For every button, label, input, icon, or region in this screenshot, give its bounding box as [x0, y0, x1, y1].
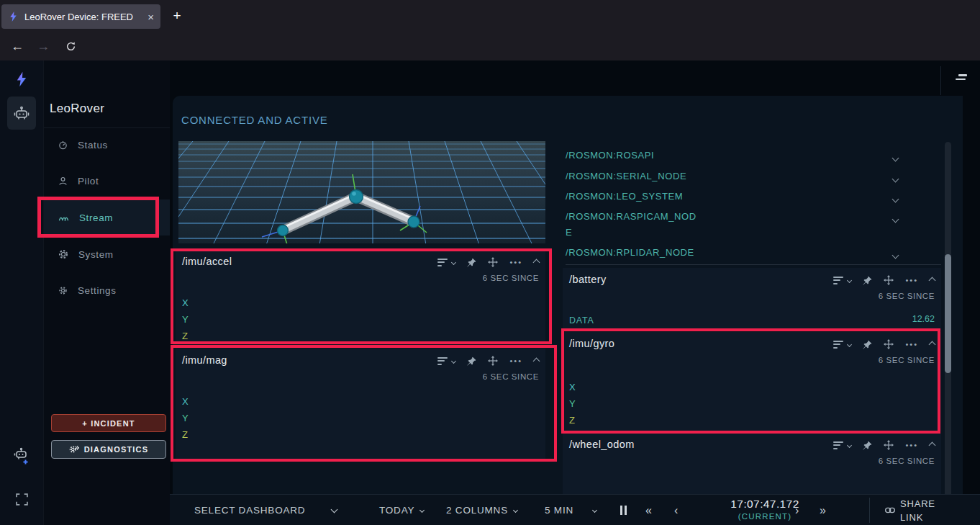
more-options-icon[interactable]: •••: [509, 357, 522, 364]
chevron-down-icon[interactable]: [847, 442, 852, 447]
robot-3d-viewport[interactable]: [178, 141, 545, 243]
add-device-button[interactable]: [0, 447, 43, 465]
panel-title: /imu/gyro: [569, 338, 614, 349]
browser-tab[interactable]: LeoRover Device: FREED ×: [1, 4, 160, 29]
move-icon[interactable]: [884, 339, 894, 349]
chevron-down-icon: [592, 508, 597, 513]
more-options-icon[interactable]: •••: [905, 277, 918, 284]
panel-title: /imu/accel: [182, 256, 232, 267]
pause-button[interactable]: [620, 495, 627, 525]
browser-tab-bar: LeoRover Device: FREED × +: [0, 0, 980, 32]
settings-gear-icon: [58, 286, 68, 295]
divider: [940, 66, 941, 95]
playback-time[interactable]: 17:07:47.172 (CURRENT): [697, 498, 833, 521]
move-icon[interactable]: [488, 257, 498, 267]
select-dashboard-dropdown[interactable]: SELECT DASHBOARD: [194, 495, 338, 525]
chevron-down-icon[interactable]: [892, 176, 899, 183]
tab-close-icon[interactable]: ×: [148, 11, 154, 23]
connection-status-banner: CONNECTED AND ACTIVE: [181, 114, 328, 126]
filter-icon[interactable]: [833, 341, 843, 349]
sidebar-item-settings[interactable]: Settings: [44, 272, 171, 308]
step-forward-button[interactable]: ›: [795, 495, 799, 525]
move-icon[interactable]: [884, 440, 894, 450]
sidebar-item-stream[interactable]: Stream: [44, 199, 171, 235]
filter-icon[interactable]: [833, 441, 843, 449]
back-icon[interactable]: ←: [6, 32, 29, 60]
battery-data-value: 12.62: [912, 314, 935, 324]
new-tab-button[interactable]: +: [168, 6, 186, 25]
collapse-icon[interactable]: [929, 341, 936, 348]
chevron-down-icon[interactable]: [892, 196, 899, 203]
sidebar-item-label: System: [78, 249, 114, 260]
move-icon[interactable]: [488, 356, 498, 366]
more-options-icon[interactable]: •••: [905, 441, 918, 449]
left-icon-rail: [0, 60, 43, 525]
gears-icon: [69, 445, 79, 454]
sidebar-item-pilot[interactable]: Pilot: [44, 163, 171, 199]
chevron-down-icon[interactable]: [451, 358, 456, 363]
scrollbar-thumb[interactable]: [945, 254, 951, 373]
share-link-button[interactable]: SHARE LINK: [885, 495, 940, 525]
forward-icon[interactable]: →: [32, 32, 55, 60]
filter-icon[interactable]: [437, 259, 448, 266]
stream-panel-wheel-odom: /wheel_odom ••• 6 SEC SINCE: [563, 433, 941, 494]
collapse-icon[interactable]: [533, 357, 540, 364]
app-logo[interactable]: [0, 71, 43, 88]
rosmon-node-raspicam[interactable]: /ROSMON:RASPICAM_NODE: [566, 209, 944, 241]
sidebar-item-label: Settings: [78, 285, 117, 296]
incident-button[interactable]: + INCIDENT: [51, 414, 166, 432]
3d-grid-and-robot-model: [178, 141, 545, 243]
since-label: 6 SEC SINCE: [879, 457, 935, 465]
filter-icon[interactable]: [437, 357, 448, 365]
pin-icon[interactable]: [863, 441, 872, 450]
select-dashboard-label: SELECT DASHBOARD: [194, 505, 305, 516]
collapse-icon[interactable]: [533, 259, 540, 266]
pin-icon[interactable]: [467, 258, 476, 267]
chevron-down-icon[interactable]: [892, 252, 899, 259]
filter-icon[interactable]: [833, 277, 843, 284]
chevron-down-icon[interactable]: [892, 216, 899, 223]
collapse-icon[interactable]: [929, 441, 936, 449]
pin-icon[interactable]: [863, 276, 872, 285]
since-label: 6 SEC SINCE: [879, 292, 935, 300]
rosmon-node-rplidar[interactable]: /ROSMON:RPLIDAR_NODE: [566, 245, 944, 261]
jump-end-button[interactable]: »: [820, 495, 827, 525]
rosmon-node-leo-system[interactable]: /ROSMON:LEO_SYSTEM: [566, 189, 944, 205]
axis-z-label: Z: [182, 429, 188, 440]
panel-title: /battery: [569, 274, 607, 285]
chevron-down-icon[interactable]: [847, 277, 852, 282]
reload-icon[interactable]: [59, 32, 82, 60]
node-label: /ROSMON:LEO_SYSTEM: [566, 189, 697, 205]
jump-start-button[interactable]: «: [645, 495, 653, 525]
chevron-down-icon[interactable]: [451, 259, 456, 264]
pin-icon[interactable]: [863, 340, 872, 349]
date-range-dropdown[interactable]: TODAY: [379, 495, 424, 525]
pin-icon[interactable]: [467, 356, 476, 366]
rosmon-node-serial[interactable]: /ROSMON:SERIAL_NODE: [566, 169, 944, 184]
layout-options-icon[interactable]: [956, 74, 967, 80]
device-name: LeoRover: [50, 102, 104, 116]
interval-dropdown[interactable]: 5 MIN: [545, 495, 596, 525]
timestamp: 17:07:47.172: [697, 498, 833, 511]
collapse-icon[interactable]: [929, 277, 936, 284]
more-options-icon[interactable]: •••: [509, 259, 522, 266]
node-label: /ROSMON:SERIAL_NODE: [566, 169, 697, 184]
step-back-button[interactable]: ‹: [674, 495, 679, 525]
stream-panel-battery: /battery ••• 6 SEC SINCE DATA 12: [563, 268, 941, 331]
more-options-icon[interactable]: •••: [905, 341, 918, 348]
sidebar-item-status[interactable]: Status: [44, 127, 171, 163]
stream-icon: [58, 213, 69, 222]
fullscreen-button[interactable]: [0, 493, 43, 506]
device-rail-item[interactable]: [7, 97, 36, 130]
chevron-down-icon: [419, 508, 425, 513]
columns-dropdown[interactable]: 2 COLUMNS: [446, 495, 517, 525]
rosmon-node-rosapi[interactable]: /ROSMON:ROSAPI: [566, 148, 944, 163]
diagnostics-button-label: DIAGNOSTICS: [84, 445, 149, 454]
chevron-down-icon[interactable]: [847, 341, 852, 346]
diagnostics-button[interactable]: DIAGNOSTICS: [51, 440, 166, 459]
move-icon[interactable]: [884, 275, 894, 285]
chevron-down-icon[interactable]: [892, 155, 899, 162]
axis-x-label: X: [569, 382, 576, 392]
sidebar-item-label: Status: [78, 140, 108, 151]
sidebar-item-system[interactable]: System: [44, 236, 171, 272]
